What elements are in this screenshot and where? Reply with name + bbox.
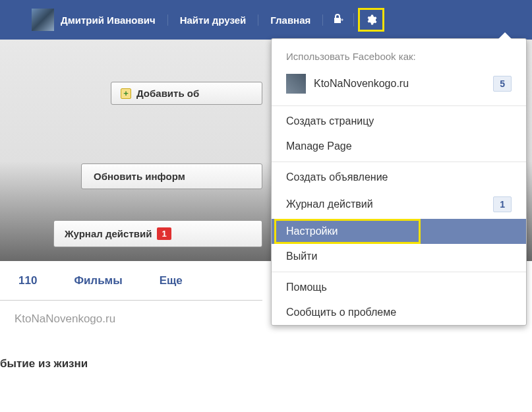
menu-create-ad[interactable]: Создать объявление <box>272 165 526 190</box>
find-friends-link[interactable]: Найти друзей <box>168 15 259 26</box>
gear-icon <box>365 14 377 26</box>
menu-manage-page[interactable]: Manage Page <box>272 134 526 159</box>
user-avatar[interactable] <box>32 9 54 31</box>
page-name-label: KtoNaNovenkogo.ru <box>314 78 493 90</box>
add-photo-icon: + <box>121 88 131 99</box>
privacy-lock-icon[interactable] <box>323 13 354 26</box>
page-notification-badge: 5 <box>493 76 512 92</box>
tab-count[interactable]: 110 <box>0 274 55 287</box>
menu-manage-page-label: Manage Page <box>286 140 352 152</box>
add-cover-button[interactable]: + Добавить об <box>111 82 262 105</box>
page-switch-item[interactable]: KtoNaNovenkogo.ru 5 <box>272 70 526 103</box>
menu-create-page[interactable]: Создать страницу <box>272 109 526 134</box>
update-info-button[interactable]: Обновить информ <box>81 163 262 189</box>
username-link[interactable]: Дмитрий Иванович <box>61 15 168 26</box>
menu-logout-label: Выйти <box>286 250 317 262</box>
menu-activity-log-badge: 1 <box>493 196 512 212</box>
tab-more[interactable]: Еще <box>141 274 201 287</box>
home-link[interactable]: Главная <box>258 15 323 26</box>
activity-log-badge: 1 <box>157 227 171 240</box>
activity-log-button[interactable]: Журнал действий 1 <box>53 220 262 247</box>
menu-settings-label: Настройки <box>286 225 338 237</box>
menu-divider <box>272 105 526 106</box>
menu-report-problem[interactable]: Сообщить о проблеме <box>272 300 526 325</box>
add-cover-label: Добавить об <box>136 88 199 99</box>
menu-settings[interactable]: Настройки <box>272 219 526 244</box>
menu-create-page-label: Создать страницу <box>286 115 374 127</box>
menu-create-ad-label: Создать объявление <box>286 171 388 183</box>
use-as-label: Использовать Facebook как: <box>272 39 526 70</box>
menu-activity-log[interactable]: Журнал действий 1 <box>272 190 526 219</box>
life-event-text: бытие из жизни <box>0 326 532 370</box>
menu-help[interactable]: Помощь <box>272 275 526 300</box>
update-info-label: Обновить информ <box>94 171 185 182</box>
top-navigation-bar: Дмитрий Иванович Найти друзей Главная <box>0 0 532 40</box>
settings-gear-button[interactable] <box>358 8 384 32</box>
settings-dropdown-menu: Использовать Facebook как: KtoNaNovenkog… <box>271 38 527 326</box>
page-avatar <box>286 74 306 94</box>
menu-report-problem-label: Сообщить о проблеме <box>286 307 396 318</box>
profile-tabs: 110 Фильмы Еще <box>0 261 262 301</box>
menu-logout[interactable]: Выйти <box>272 244 526 269</box>
menu-divider <box>272 272 526 272</box>
menu-help-label: Помощь <box>286 281 327 293</box>
activity-log-label: Журнал действий <box>65 228 152 239</box>
menu-activity-log-label: Журнал действий <box>286 198 373 210</box>
tab-movies[interactable]: Фильмы <box>55 274 140 287</box>
menu-divider <box>272 162 526 162</box>
